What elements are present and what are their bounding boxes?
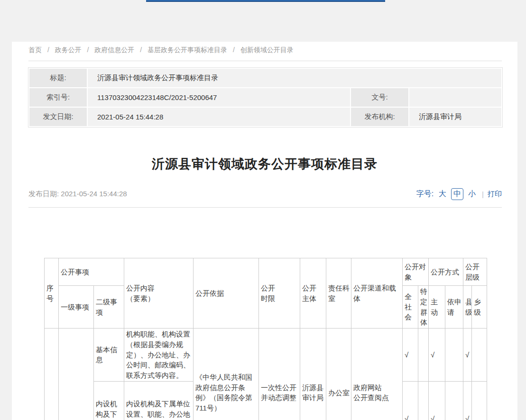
meta-index-label: 索引号: <box>29 88 87 107</box>
cell-level2-item: 基本信息 <box>94 329 124 382</box>
header-disclosure-basis: 公开依据 <box>194 258 259 329</box>
header-township-level: 乡级 <box>472 286 487 329</box>
header-level2-item: 二级事项 <box>94 286 124 329</box>
cell-disclosure-content: 机构职能、机构设置（根据县委编办规定）、办公地址、办公时间、邮政编码、联系方式等… <box>124 329 194 382</box>
header-specific-groups: 特定群体 <box>418 286 429 329</box>
document-meta-table: 标题: 沂源县审计领域政务公开事项标准目录 索引号: 1137032300422… <box>28 67 503 128</box>
cell-proactive-check: √ <box>429 329 445 382</box>
cell-level1-item <box>59 329 94 420</box>
header-disclosure-target-group: 公开对象 <box>403 258 429 286</box>
cell-disclosure-subject: 沂源县审计局 <box>300 329 326 420</box>
header-county-level: 县级 <box>463 286 472 329</box>
meta-row-date: 发文日期: 2021-05-24 15:44:28 发布机构: 沂源县审计局 <box>29 108 501 126</box>
header-disclosure-item-group: 公开事项 <box>59 258 124 286</box>
cell-level2-item: 内设机构及下属事业单位 <box>94 381 124 420</box>
header-responsible-office: 责任科室 <box>326 258 351 329</box>
breadcrumb-divider <box>28 61 502 61</box>
catalog-table: 序号 公开事项 公开内容 （要素） 公开依据 公开 时限 公开 主体 责任科室 … <box>44 258 487 420</box>
meta-date-value: 2021-05-24 15:44:28 <box>88 108 350 126</box>
publish-date-label: 发布日期: <box>28 190 59 198</box>
meta-docnum-value <box>409 88 501 107</box>
cell-serial-number <box>45 329 59 420</box>
cell-whole-society-check: √ <box>403 329 418 382</box>
meta-row-title: 标题: 沂源县审计领域政务公开事项标准目录 <box>29 69 501 87</box>
header-on-request: 依申 请 <box>445 286 463 329</box>
meta-date-label: 发文日期: <box>29 108 87 126</box>
cell-county-level-check: √ <box>463 329 472 382</box>
cell-township-level-check <box>472 329 487 382</box>
breadcrumb-separator: / <box>87 46 89 54</box>
cell-on-request-check <box>445 381 463 420</box>
breadcrumb-innovation-catalog[interactable]: 创新领域公开目录 <box>240 46 294 54</box>
cell-township-level-check <box>472 381 487 420</box>
font-size-label: 字号: <box>416 189 434 199</box>
header-level1-item: 一级事项 <box>59 286 94 329</box>
cell-channels-carriers: 政府网站 公开查阅点 <box>351 329 403 420</box>
top-nav-bar-fragment <box>146 0 385 2</box>
cell-proactive-check: √ <box>429 381 445 420</box>
header-disclosure-subject: 公开 主体 <box>300 258 326 329</box>
meta-docnum-label: 文号: <box>351 88 408 107</box>
cell-specific-groups-check <box>418 381 429 420</box>
page-title: 沂源县审计领域政务公开事项标准目录 <box>12 155 517 173</box>
cell-responsible-office: 办公室 <box>326 329 351 420</box>
breadcrumb-standard-catalog[interactable]: 基层政务公开事项标准目录 <box>148 46 227 54</box>
header-whole-society: 全社 会 <box>403 286 418 329</box>
font-size-small-button[interactable]: 小 <box>468 189 476 199</box>
cell-whole-society-check: √ <box>403 381 418 420</box>
catalog-header-row-1: 序号 公开事项 公开内容 （要素） 公开依据 公开 时限 公开 主体 责任科室 … <box>45 258 487 286</box>
meta-title-value: 沂源县审计领域政务公开事项标准目录 <box>88 69 501 87</box>
publish-date-value: 2021-05-24 15:44:28 <box>61 190 127 198</box>
header-disclosure-level-group: 公开层级 <box>463 258 487 286</box>
breadcrumb-gov-info[interactable]: 政府信息公开 <box>94 46 134 54</box>
meta-row-index: 索引号: 11370323004223148C/2021-5200647 文号: <box>29 88 501 107</box>
meta-title-label: 标题: <box>29 69 87 87</box>
breadcrumb-separator: / <box>233 46 235 54</box>
publish-date: 发布日期: 2021-05-24 15:44:28 <box>28 190 127 199</box>
cell-disclosure-basis: 《中华人民共和国政府信息公开条例》（国务院令第711号） <box>194 329 259 420</box>
cell-specific-groups-check <box>418 329 429 382</box>
breadcrumb-zhengwu-gongkai[interactable]: 政务公开 <box>55 46 82 54</box>
table-row: 基本信息 机构职能、机构设置（根据县委编办规定）、办公地址、办公时间、邮政编码、… <box>45 329 487 382</box>
meta-org-value: 沂源县审计局 <box>409 108 501 126</box>
controls-separator: | <box>482 190 484 198</box>
breadcrumb-separator: / <box>140 46 142 54</box>
cell-on-request-check <box>445 329 463 382</box>
header-disclosure-content: 公开内容 （要素） <box>124 258 194 329</box>
font-size-medium-button[interactable]: 中 <box>451 188 463 200</box>
header-proactive: 主动 <box>429 286 445 329</box>
breadcrumb-separator: / <box>47 46 49 54</box>
font-size-large-button[interactable]: 大 <box>439 189 446 199</box>
font-size-controls: 字号: 大 中 小 | 打印 <box>416 188 502 200</box>
print-button[interactable]: 打印 <box>488 190 502 199</box>
header-disclosure-deadline: 公开 时限 <box>259 258 300 329</box>
breadcrumb: 首页 / 政务公开 / 政府信息公开 / 基层政务公开事项标准目录 / 创新领域… <box>28 46 294 55</box>
meta-org-label: 发布机构: <box>351 108 408 126</box>
content-card: 首页 / 政务公开 / 政府信息公开 / 基层政务公开事项标准目录 / 创新领域… <box>12 42 517 420</box>
breadcrumb-home[interactable]: 首页 <box>28 46 42 54</box>
header-disclosure-method-group: 公开方式 <box>429 258 463 286</box>
header-channels-carriers: 公开渠道和载体 <box>351 258 403 329</box>
meta-index-value: 11370323004223148C/2021-5200647 <box>88 88 350 107</box>
cell-disclosure-content: 内设机构及下属单位设置、职能、办公地址、办公时间、联系方式、负责人姓名等 <box>124 381 194 420</box>
cell-county-level-check: √ <box>463 381 472 420</box>
header-serial-number: 序号 <box>45 258 59 329</box>
cell-disclosure-deadline: 一次性公开并动态调整 <box>259 329 300 420</box>
article-meta-row: 发布日期: 2021-05-24 15:44:28 字号: 大 中 小 | 打印 <box>28 186 502 202</box>
article-divider <box>28 207 502 208</box>
